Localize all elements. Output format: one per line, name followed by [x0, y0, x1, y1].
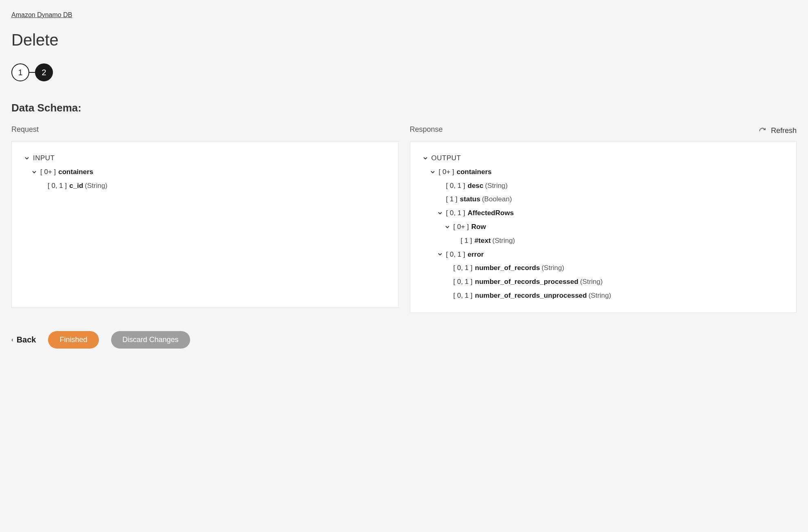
- breadcrumb-link[interactable]: Amazon Dynamo DB: [11, 11, 72, 19]
- back-button[interactable]: ‹ Back: [11, 335, 36, 344]
- tree-node-containers[interactable]: [ 0+ ] containers: [422, 165, 785, 179]
- tree-leaf-num-unprocessed: [ 0, 1 ] number_of_records_unprocessed (…: [422, 289, 785, 303]
- chevron-down-icon[interactable]: [436, 211, 444, 216]
- chevron-down-icon[interactable]: [23, 156, 31, 161]
- chevron-down-icon[interactable]: [422, 156, 429, 161]
- chevron-down-icon[interactable]: [436, 252, 444, 257]
- step-1[interactable]: 1: [11, 63, 29, 81]
- chevron-left-icon: ‹: [11, 336, 13, 343]
- tree-leaf-desc: [ 0, 1 ] desc (String): [422, 179, 785, 193]
- finished-button[interactable]: Finished: [48, 331, 99, 349]
- stepper: 1 2: [11, 63, 797, 81]
- request-label: Request: [11, 125, 399, 134]
- tree-node-affected-rows[interactable]: [ 0, 1 ] AffectedRows: [422, 206, 785, 220]
- section-title: Data Schema:: [11, 102, 797, 114]
- discard-changes-button[interactable]: Discard Changes: [111, 331, 190, 349]
- tree-leaf-status: [ 1 ] status (Boolean): [422, 192, 785, 206]
- tree-root-input[interactable]: INPUT: [23, 151, 387, 165]
- step-connector: [29, 72, 35, 73]
- chevron-down-icon[interactable]: [31, 170, 38, 174]
- tree-leaf-c-id: [ 0, 1 ] c_id (String): [23, 179, 387, 193]
- response-panel: OUTPUT [ 0+ ] containers [ 0, 1 ] desc (…: [410, 141, 797, 313]
- tree-node-containers[interactable]: [ 0+ ] containers: [23, 165, 387, 179]
- tree-node-row[interactable]: [ 0+ ] Row: [422, 220, 785, 234]
- step-2[interactable]: 2: [35, 63, 53, 81]
- tree-leaf-num-records: [ 0, 1 ] number_of_records (String): [422, 261, 785, 275]
- page-title: Delete: [11, 31, 797, 49]
- tree-node-error[interactable]: [ 0, 1 ] error: [422, 248, 785, 262]
- tree-leaf-num-processed: [ 0, 1 ] number_of_records_processed (St…: [422, 275, 785, 289]
- response-label: Response: [410, 125, 797, 134]
- tree-root-output[interactable]: OUTPUT: [422, 151, 785, 165]
- chevron-down-icon[interactable]: [444, 225, 451, 229]
- chevron-down-icon[interactable]: [429, 170, 436, 174]
- tree-leaf-text: [ 1 ] #text (String): [422, 234, 785, 248]
- request-panel: INPUT [ 0+ ] containers [ 0, 1 ] c_id (S…: [11, 141, 399, 308]
